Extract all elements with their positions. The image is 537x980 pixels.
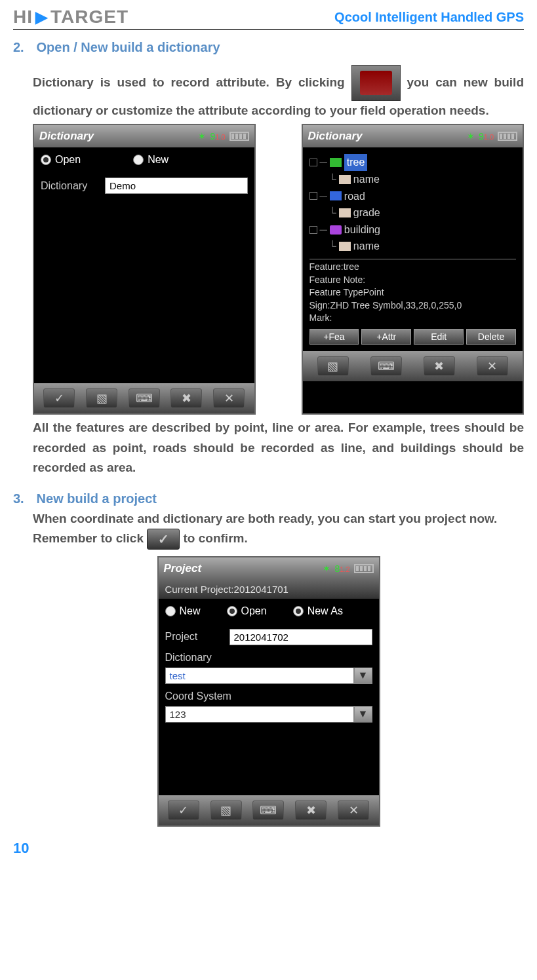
expand-box-icon[interactable]	[309, 192, 317, 200]
tree-label: name	[353, 171, 380, 188]
chevron-down-icon[interactable]: ▼	[354, 668, 372, 684]
radio-circle-icon	[293, 606, 304, 616]
confirm-button[interactable]: ✓	[168, 801, 199, 820]
bottom-toolbar: ▧ ⌨ ✖ ✕	[303, 351, 523, 381]
chevron-down-icon[interactable]: ▼	[354, 706, 372, 723]
section-title: Open / New build a dictionary	[37, 40, 220, 54]
dictionary-dropdown[interactable]: test ▼	[165, 668, 372, 684]
info-type: Feature TypePoint	[309, 286, 517, 299]
logo-arrow-icon: ▶	[35, 8, 48, 26]
card-button[interactable]: ▧	[317, 356, 349, 376]
title-bar: Dictionary ✶ 91.0	[303, 125, 523, 147]
radio-circle-icon	[165, 606, 176, 616]
radio-circle-icon	[227, 606, 237, 616]
radio-label: Open	[241, 605, 267, 617]
section-num: 3.	[13, 491, 33, 506]
delete-button[interactable]: Delete	[466, 329, 516, 345]
confirm-button[interactable]: ✓	[43, 388, 75, 408]
tree-node-name[interactable]: └ name	[309, 171, 517, 188]
confirm-check-icon: ✓	[147, 529, 180, 550]
feature-buttons-row: +Fea +Attr Edit Delete	[309, 329, 517, 345]
section-3-para-2: Remember to click ✓ to confirm.	[33, 529, 524, 550]
close-button[interactable]: ✕	[477, 356, 508, 376]
radio-new[interactable]: New	[165, 605, 201, 617]
card-button[interactable]: ▧	[210, 801, 242, 820]
section-3-heading: 3. New build a project	[13, 491, 524, 506]
attribute-icon	[339, 175, 351, 184]
tree-label: grade	[353, 204, 380, 221]
area-feature-icon	[330, 225, 342, 235]
section-2-heading: 2. Open / New build a dictionary	[13, 40, 524, 55]
radio-new[interactable]: New	[133, 154, 169, 166]
info-mark: Mark:	[309, 312, 517, 325]
bottom-toolbar: ✓ ▧ ⌨ ✖ ✕	[34, 383, 254, 413]
battery-icon	[354, 564, 374, 573]
project-input[interactable]: 2012041702	[229, 629, 372, 645]
radio-label: New	[148, 154, 169, 166]
tree-node-tree[interactable]: ─ tree	[309, 154, 517, 171]
screen-title: Dictionary	[39, 130, 94, 143]
radio-circle-icon	[41, 155, 51, 165]
page-number: 10	[13, 840, 524, 857]
satellite-icon: ✶	[323, 563, 330, 574]
tools-button[interactable]: ✖	[295, 801, 327, 820]
radio-open[interactable]: Open	[41, 154, 81, 166]
tree-node-road[interactable]: ─ road	[309, 188, 517, 205]
section-title: New build a project	[37, 491, 157, 506]
coord-dropdown[interactable]: 123 ▼	[165, 706, 372, 723]
screenshot-dictionary-open: Dictionary ✶ 91.0 Open New	[33, 124, 256, 415]
title-bar: Project ✶ 81.2	[159, 557, 379, 580]
screen-body: Open New Dictionary Demo	[34, 147, 254, 383]
para-text-before: Dictionary is used to record attribute. …	[33, 75, 351, 89]
tree-node-building[interactable]: ─ building	[309, 221, 517, 238]
expand-box-icon[interactable]	[309, 226, 317, 234]
tree-label: name	[353, 238, 380, 255]
expand-box-icon[interactable]	[309, 159, 317, 166]
section-num: 2.	[13, 40, 33, 55]
page-header: HI ▶ TARGET Qcool Intelligent Handled GP…	[13, 7, 524, 30]
add-feature-button[interactable]: +Fea	[309, 329, 359, 345]
tree-node-building-name[interactable]: └ name	[309, 238, 517, 255]
status-icons: ✶ 81.2	[323, 563, 373, 574]
tree-label: tree	[344, 154, 368, 171]
card-button[interactable]: ▧	[86, 388, 117, 408]
close-button[interactable]: ✕	[213, 388, 245, 408]
tree-label: road	[344, 188, 365, 205]
tools-button[interactable]: ✖	[424, 356, 455, 376]
dictionary-input[interactable]: Demo	[105, 178, 248, 194]
attribute-icon	[339, 242, 351, 251]
tree-line-icon: └	[329, 171, 336, 188]
info-feature: Feature:tree	[309, 261, 517, 274]
logo: HI ▶ TARGET	[13, 7, 129, 28]
radio-new-as[interactable]: New As	[293, 605, 343, 617]
battery-icon	[229, 132, 249, 141]
keyboard-button[interactable]: ⌨	[370, 356, 402, 376]
title-bar: Dictionary ✶ 91.0	[34, 125, 254, 147]
screen-body: ─ tree └ name ─ road	[303, 147, 523, 351]
keyboard-button[interactable]: ⌨	[129, 388, 160, 408]
radio-open[interactable]: Open	[227, 605, 267, 617]
current-project-bar: Current Project:2012041701	[159, 580, 379, 599]
radio-circle-icon	[133, 155, 144, 165]
coord-label: Coord System	[165, 690, 372, 702]
screen-title: Project	[164, 562, 202, 575]
para-text-before: Remember to click	[33, 531, 147, 545]
section-2: 2. Open / New build a dictionary Diction…	[13, 40, 524, 478]
point-feature-icon	[330, 158, 342, 167]
satellite-icon: ✶	[467, 131, 475, 141]
status-icons: ✶ 91.0	[467, 131, 517, 141]
dictionary-book-icon	[351, 65, 401, 101]
close-button[interactable]: ✕	[338, 801, 369, 820]
section-3-para-1: When coordinate and dictionary are both …	[33, 509, 524, 529]
tree-line-icon: └	[329, 204, 336, 221]
section-2-para-2: All the features are described by point,…	[33, 418, 524, 478]
tree-node-grade[interactable]: └ grade	[309, 204, 517, 221]
add-attribute-button[interactable]: +Attr	[361, 329, 411, 345]
status-icons: ✶ 91.0	[198, 131, 249, 141]
dictionary-field-row: Dictionary Demo	[41, 178, 248, 194]
tools-button[interactable]: ✖	[170, 388, 202, 408]
feature-tree: ─ tree └ name ─ road	[309, 154, 517, 255]
radio-row: Open New	[41, 154, 248, 166]
edit-button[interactable]: Edit	[414, 329, 464, 345]
keyboard-button[interactable]: ⌨	[252, 801, 284, 820]
